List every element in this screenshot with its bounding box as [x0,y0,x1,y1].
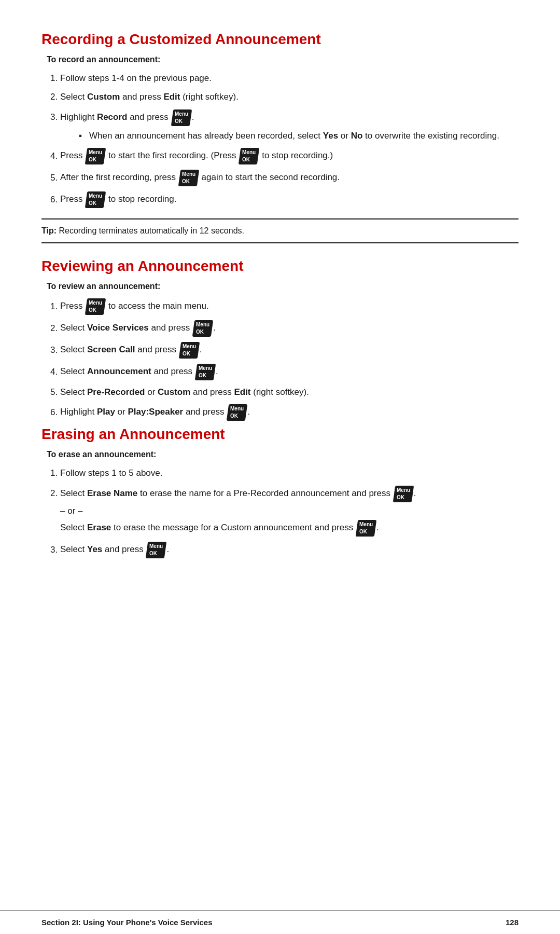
section3-subtitle: To erase an announcement: [47,450,519,459]
footer: Section 2I: Using Your Phone's Voice Ser… [0,910,560,934]
s3-step3-after: . [167,545,170,555]
section2-title: Reviewing an Announcement [41,258,519,274]
s3-step3-before: Select [60,545,87,555]
bullet-text-mid: or [338,131,351,141]
footer-left: Section 2I: Using Your Phone's Voice Ser… [41,918,213,927]
menu-ok-icon-step6: MenuOK [85,191,106,208]
step3-bullets: When an announcement has already been re… [79,129,519,143]
section2-step5: Select Pre-Recorded or Custom and press … [60,386,519,399]
section2-step2: Select Voice Services and press MenuOK. [60,320,519,337]
step2-text-mid: and press [120,92,163,102]
step6-text-after: to stop recording. [106,195,176,204]
s2-step2-mid: and press [149,323,192,333]
section-reviewing: Reviewing an Announcement To review an a… [41,258,519,421]
s2-step5-after: (right softkey). [251,387,309,397]
section2-step4: Select Announcement and press MenuOK. [60,364,519,380]
step3-text-before: Highlight [60,112,97,122]
s2-step3-mid: and press [135,345,179,355]
step2-bold1: Custom [87,92,120,102]
step1-text: Follow steps 1-4 on the previous page. [60,73,212,83]
s2-step6-mid: or [115,407,128,417]
step3-bullet1: When an announcement has already been re… [79,129,519,143]
tip-text: Recording terminates automatically in 12… [57,226,244,235]
section-erasing: Erasing an Announcement To erase an anno… [41,426,519,558]
section1-subtitle: To record an announcement: [47,55,519,64]
tip-bar: Tip: Recording terminates automatically … [41,218,519,243]
s2-step4-after: . [216,367,218,377]
s2-step4-before: Select [60,367,87,377]
bullet-text-after: to overwrite the existing recording. [362,131,499,141]
section2-step1: Press MenuOK to access the main menu. [60,298,519,315]
section2-step3: Select Screen Call and press MenuOK. [60,342,519,359]
s2-step5-before: Select [60,387,87,397]
s2-step3-before: Select [60,345,87,355]
section2-subtitle: To review an announcement: [47,282,519,291]
menu-ok-icon-s2s4: MenuOK [195,364,216,380]
s2-step2-bold1: Voice Services [87,323,149,333]
section3-step3: Select Yes and press MenuOK. [60,542,519,558]
s3-step1-text: Follow steps 1 to 5 above. [60,468,163,478]
step2-bold2: Edit [163,92,180,102]
section1-title: Recording a Customized Announcement [41,31,519,48]
section3-steps: Follow steps 1 to 5 above. Select Erase … [60,466,519,558]
tip-label: Tip: [41,226,57,235]
section1-step6: Press MenuOK to stop recording. [60,191,519,208]
s2-step6-end: and press [183,407,227,417]
menu-ok-icon-s2s3: MenuOK [178,342,200,359]
step4-text-after: to start the first recording. (Press [106,151,239,161]
step3-period: . [192,112,194,122]
s3-step2-bold1: Erase Name [87,488,137,498]
section1-step5: After the first recording, press MenuOK … [60,170,519,186]
s2-step1-after: to access the main menu. [106,301,208,311]
s2-step3-after: . [200,345,202,355]
s2-step6-before: Highlight [60,407,97,417]
s3-step2-after: . [414,488,416,498]
step3-text-mid: and press [127,112,171,122]
step5-text-after: again to start the second recording. [199,173,340,183]
s3-step2-before2: Select [60,523,87,533]
footer-right: 128 [506,918,519,927]
s2-step6-after: . [247,407,250,417]
step2-text-after: (right softkey). [180,92,238,102]
s2-step4-bold1: Announcement [87,367,151,377]
s2-step5-mid: or [145,387,158,397]
s2-step5-bold2: Custom [158,387,190,397]
menu-ok-icon-step3: MenuOK [171,109,192,126]
menu-ok-icon-step4a: MenuOK [85,148,106,164]
menu-ok-icon-s2s2: MenuOK [192,320,214,337]
bullet-bold2: No [351,131,363,141]
step4-text-end: to stop recording.) [259,151,333,161]
s3-step2-mid2: to erase the message for a Custom announ… [111,523,356,533]
s2-step5-bold3: Edit [234,387,250,397]
s2-step6-bold1: Play [97,407,115,417]
section1-step3: Highlight Record and press MenuOK. When … [60,109,519,143]
section1-step1: Follow steps 1-4 on the previous page. [60,72,519,85]
s2-step2-after: . [213,323,216,333]
or-separator: – or – [60,504,519,518]
s3-step3-mid: and press [102,545,146,555]
section1-step2: Select Custom and press Edit (right soft… [60,90,519,104]
step4-text-before: Press [60,151,85,161]
menu-ok-icon-s3s3: MenuOK [146,542,167,558]
s3-step2-before: Select [60,488,87,498]
section2-steps: Press MenuOK to access the main menu. Se… [60,298,519,421]
section3-step1: Follow steps 1 to 5 above. [60,466,519,480]
menu-ok-icon-s3s2b: MenuOK [356,520,377,537]
step3-bold1: Record [97,112,128,122]
section3-step2: Select Erase Name to erase the name for … [60,486,519,537]
s3-step2-mid: to erase the name for a Pre-Recorded ann… [137,488,393,498]
bullet-bold1: Yes [323,131,338,141]
s3-step2-bold2: Erase [87,523,111,533]
menu-ok-icon-step5: MenuOK [178,170,199,186]
section-recording: Recording a Customized Announcement To r… [41,31,519,208]
section1-step4: Press MenuOK to start the first recordin… [60,148,519,164]
section2-step6: Highlight Play or Play:Speaker and press… [60,404,519,421]
bullet-text-before: When an announcement has already been re… [89,131,323,141]
menu-ok-icon-s2s6: MenuOK [227,404,248,421]
s2-step5-bold1: Pre-Recorded [87,387,145,397]
step6-text-before: Press [60,195,85,204]
s2-step1-before: Press [60,301,85,311]
menu-ok-icon-s3s2a: MenuOK [393,486,414,502]
s3-step2-after2: . [376,523,379,533]
s2-step6-bold2: Play:Speaker [128,407,183,417]
